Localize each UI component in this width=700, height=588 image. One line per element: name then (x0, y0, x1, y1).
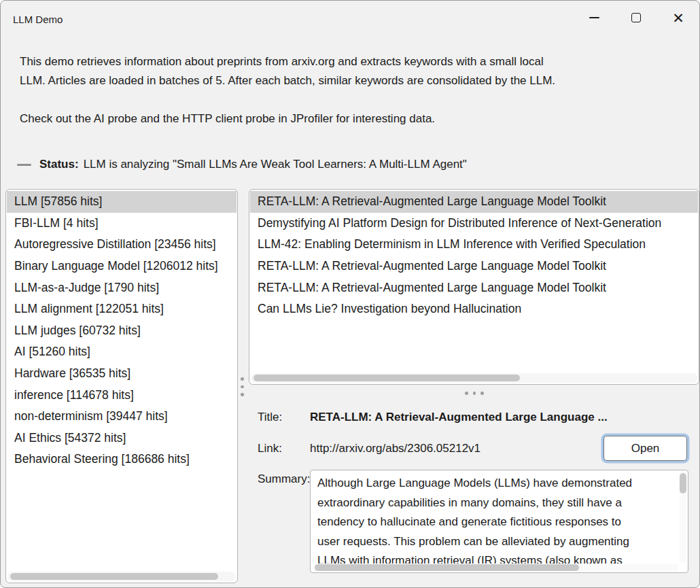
summary-textarea[interactable]: Although Large Language Models (LLMs) ha… (310, 470, 688, 573)
status-label: Status: (39, 158, 79, 171)
detail-link-value: http://arxiv.org/abs/2306.05212v1 (310, 442, 480, 455)
keyword-list-item[interactable]: LLM judges [60732 hits] (7, 320, 237, 342)
close-icon: ✕ (672, 11, 684, 25)
keyword-list-item[interactable]: AI [51260 hits] (7, 341, 237, 363)
article-list-item[interactable]: LLM-42: Enabling Determinism in LLM Infe… (250, 234, 698, 256)
keyword-list-hscrollbar-thumb[interactable] (10, 573, 218, 580)
window-title: LLM Demo (13, 14, 63, 25)
summary-vscrollbar-thumb[interactable] (680, 473, 686, 494)
keyword-list-item[interactable]: Binary Language Model [1206012 hits] (7, 256, 237, 277)
keyword-list-item[interactable]: Autoregressive Distillation [23456 hits] (7, 234, 237, 256)
maximize-button[interactable] (615, 1, 657, 35)
maximize-icon (631, 13, 641, 22)
keyword-list: LLM [57856 hits]FBI-LLM [4 hits]Autoregr… (7, 191, 237, 470)
summary-line: user requests. This problem can be allev… (317, 532, 678, 552)
intro-paragraph-2: Check out the AI probe and the HTTP clie… (20, 109, 435, 128)
keyword-list-panel: LLM [57856 hits]FBI-LLM [4 hits]Autoregr… (5, 189, 238, 583)
horizontal-splitter-grip-icon[interactable] (465, 392, 484, 395)
summary-text: Although Large Language Models (LLMs) ha… (317, 474, 678, 564)
intro-paragraph-1: This demo retrieves information about pr… (20, 52, 555, 90)
app-window: LLM Demo ✕ This demo retrieves informati… (0, 0, 700, 588)
keyword-list-item[interactable]: LLM-as-a-Judge [1790 hits] (7, 277, 237, 298)
summary-line: tendency to hallucinate and generate fic… (317, 513, 678, 532)
article-list-hscrollbar[interactable] (251, 373, 697, 383)
summary-line: extraordinary capabilities in many domai… (317, 494, 678, 513)
summary-hscrollbar-thumb[interactable] (315, 564, 579, 571)
article-list-panel: RETA-LLM: A Retrieval-Augmented Large La… (249, 189, 699, 385)
keyword-list-item[interactable]: non-determinism [39447 hits] (7, 406, 237, 428)
detail-title-label: Title: (258, 411, 282, 424)
minimize-button[interactable] (573, 1, 615, 35)
open-link-button[interactable]: Open (603, 436, 687, 461)
article-list-item[interactable]: RETA-LLM: A Retrieval-Augmented Large La… (250, 277, 698, 298)
keyword-list-item[interactable]: FBI-LLM [4 hits] (7, 213, 237, 235)
close-button[interactable]: ✕ (657, 1, 699, 35)
minimize-icon (589, 17, 599, 18)
detail-title-value: RETA-LLM: A Retrieval-Augmented Large La… (310, 411, 608, 424)
keyword-list-item[interactable]: inference [114678 hits] (7, 384, 237, 406)
summary-line: LLMs with information retrieval (IR) sys… (317, 551, 678, 564)
keyword-list-item[interactable]: LLM alignment [122051 hits] (7, 298, 237, 320)
intro-line-1: This demo retrieves information about pr… (20, 52, 555, 71)
article-list-item[interactable]: RETA-LLM: A Retrieval-Augmented Large La… (250, 191, 698, 213)
keyword-list-hscrollbar[interactable] (7, 572, 236, 581)
keyword-list-item[interactable]: Hardware [36535 hits] (7, 363, 237, 385)
keyword-list-item[interactable]: LLM [57856 hits] (7, 191, 237, 213)
intro-line-2: LLM. Articles are loaded in batches of 5… (20, 71, 555, 90)
article-list: RETA-LLM: A Retrieval-Augmented Large La… (250, 191, 698, 320)
article-list-item[interactable]: Demystifying AI Platform Design for Dist… (250, 213, 698, 235)
summary-hscrollbar[interactable] (312, 564, 679, 571)
status-spinner-icon (17, 164, 31, 166)
detail-link-label: Link: (258, 442, 282, 455)
keyword-list-item[interactable]: Behavioral Steering [186686 hits] (7, 449, 237, 470)
summary-vscrollbar[interactable] (680, 472, 686, 563)
article-list-item[interactable]: RETA-LLM: A Retrieval-Augmented Large La… (250, 256, 698, 277)
status-row: Status: LLM is analyzing "Small LLMs Are… (17, 156, 467, 173)
window-controls: ✕ (573, 1, 699, 39)
status-message: LLM is analyzing "Small LLMs Are Weak To… (84, 158, 467, 171)
vertical-splitter-grip-icon[interactable] (241, 377, 244, 396)
keyword-list-item[interactable]: AI Ethics [54372 hits] (7, 428, 237, 449)
article-list-item[interactable]: Can LLMs Lie? Investigation beyond Hallu… (250, 298, 698, 320)
titlebar: LLM Demo ✕ (1, 1, 699, 39)
summary-line: Although Large Language Models (LLMs) ha… (317, 474, 678, 494)
detail-summary-label: Summary: (258, 472, 310, 486)
article-list-hscrollbar-thumb[interactable] (253, 375, 520, 381)
